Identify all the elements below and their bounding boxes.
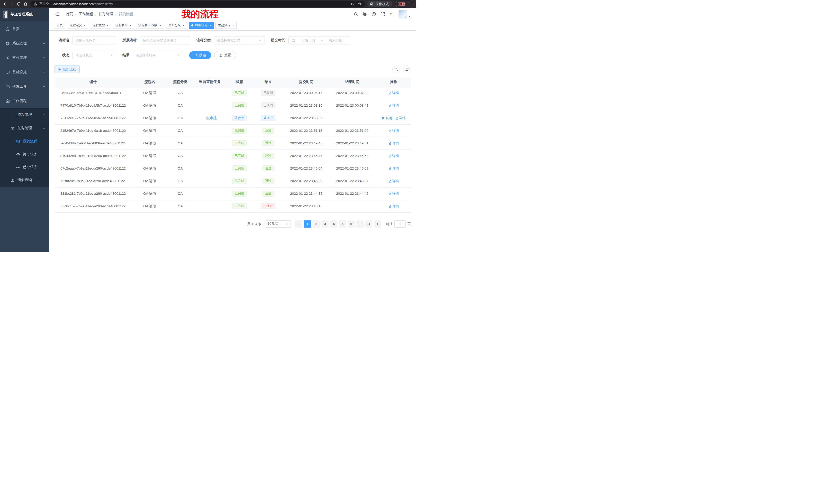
process-definition-input[interactable]: [143, 38, 187, 43]
tab-5[interactable]: 用户分组×: [166, 22, 187, 29]
tab-close-icon[interactable]: ×: [130, 24, 131, 27]
tab-close-icon[interactable]: ×: [160, 24, 161, 27]
goto-page-input[interactable]: [394, 220, 406, 228]
sidebar-item-eye[interactable]: 待办任务: [0, 148, 49, 161]
password-key-icon[interactable]: [350, 2, 354, 6]
font-size-icon[interactable]: TT: [390, 12, 394, 17]
tab-4[interactable]: 流程表单-编辑×: [136, 22, 164, 29]
page-button-3[interactable]: 3: [321, 220, 329, 228]
breadcrumb-item[interactable]: 任务管理: [99, 12, 113, 17]
tab-1[interactable]: 流程定义×: [67, 22, 88, 29]
sidebar-item-briefcase[interactable]: 工作流程: [0, 94, 49, 108]
start-process-button[interactable]: 发起流程: [54, 65, 80, 73]
cell-status: 已完成: [227, 99, 252, 112]
sidebar-collapse-icon[interactable]: [54, 12, 60, 17]
tab-7[interactable]: 发起流程×: [215, 22, 237, 29]
edit-pen-icon: [389, 142, 392, 145]
tab-label: 流程表单: [115, 23, 128, 27]
date-start-placeholder[interactable]: 开始日期: [297, 38, 319, 43]
page-button-6[interactable]: 6: [347, 220, 355, 228]
prev-page-button[interactable]: [295, 220, 302, 228]
page-button-2[interactable]: 2: [313, 220, 320, 228]
detail-action-link[interactable]: 详情: [389, 153, 399, 158]
tab-close-icon[interactable]: ×: [209, 24, 211, 27]
tab-3[interactable]: 流程表单×: [113, 22, 134, 29]
help-icon[interactable]: ?: [371, 12, 376, 17]
avatar[interactable]: [398, 10, 407, 19]
browser-back-icon[interactable]: [3, 2, 7, 6]
cell-submit-time: 2022-01-22 23:46:47: [284, 149, 328, 162]
detail-action-link[interactable]: 详情: [389, 103, 399, 108]
breadcrumb-item[interactable]: 工作流程: [79, 12, 93, 17]
detail-action-link[interactable]: 详情: [389, 191, 399, 196]
show-search-toggle-button[interactable]: [392, 65, 400, 73]
sidebar-item-toolbox[interactable]: 研发工具: [0, 79, 49, 94]
user-menu[interactable]: [398, 10, 411, 19]
update-label: 更新: [398, 2, 405, 6]
detail-action-link[interactable]: 详情: [389, 179, 399, 184]
cancel-action-link[interactable]: 取消: [382, 116, 392, 120]
sidebar-item-user[interactable]: 请假查询: [0, 173, 49, 187]
tab-close-icon[interactable]: ×: [183, 24, 184, 27]
sidebar-item-dashboard[interactable]: 首页: [0, 22, 49, 36]
submit-time-range-picker[interactable]: 开始日期 - 结束日期: [288, 36, 350, 45]
reset-button[interactable]: 重置: [214, 51, 236, 59]
result-select[interactable]: 请选择流结果: [133, 51, 183, 59]
page-button-4[interactable]: 4: [330, 220, 337, 228]
status-badge: 已完成: [232, 153, 246, 159]
browser-reload-icon[interactable]: [17, 2, 21, 6]
sidebar-item-glasses[interactable]: 已办任务: [0, 161, 49, 173]
tab-0[interactable]: 首页: [54, 22, 65, 29]
sidebar-item-label: 待办任务: [23, 152, 37, 157]
next-page-button[interactable]: [374, 220, 381, 228]
col-header-status: 状态: [227, 77, 252, 87]
detail-action-link[interactable]: 详情: [395, 116, 406, 120]
sidebar-item-gear[interactable]: 系统管理: [0, 36, 49, 51]
logo-row[interactable]: 芋道管理系统: [0, 8, 49, 21]
tab-2[interactable]: 流程模型×: [90, 22, 111, 29]
page-size-select[interactable]: 10条/页: [265, 220, 291, 228]
fullscreen-icon[interactable]: [381, 12, 385, 17]
cell-status: 已完成: [227, 137, 252, 149]
tab-close-icon[interactable]: ×: [107, 24, 108, 27]
bookmark-star-icon[interactable]: [358, 2, 362, 6]
browser-home-icon[interactable]: [23, 2, 28, 6]
sidebar-item-face[interactable]: 我的流程: [0, 135, 49, 148]
detail-action-link[interactable]: 详情: [389, 204, 399, 208]
status-select[interactable]: 请选择状态: [73, 51, 116, 59]
sidebar-item-list[interactable]: 流程管理: [0, 108, 49, 121]
current-task-link[interactable]: 一级审批: [203, 116, 217, 120]
detail-action-link[interactable]: 详情: [389, 141, 399, 146]
cell-category: OA: [167, 137, 193, 149]
process-name-input[interactable]: [76, 38, 113, 43]
tab-6[interactable]: 我的流程×: [189, 22, 214, 29]
sidebar-item-flow[interactable]: 任务管理: [0, 121, 49, 135]
tab-close-icon[interactable]: ×: [232, 24, 234, 27]
search-button[interactable]: 搜索: [189, 51, 211, 59]
cell-submit-time: 2022-01-22 23:44:35: [284, 187, 328, 200]
detail-action-link[interactable]: 详情: [389, 91, 399, 95]
pager: 12345611: [294, 220, 382, 228]
sidebar-item-yen[interactable]: ¥支付管理: [0, 51, 49, 65]
tab-close-icon[interactable]: ×: [84, 24, 86, 27]
date-end-placeholder[interactable]: 结束日期: [324, 38, 346, 43]
col-header-current-task: 当前审批任务: [193, 77, 227, 87]
breadcrumb-item[interactable]: 首页: [66, 12, 73, 17]
address-bar[interactable]: 不安全 dashboard.yudao.iocoder.cn/bpm/task/…: [30, 1, 365, 7]
col-header-actions: 操作: [376, 77, 411, 87]
refresh-table-button[interactable]: [403, 65, 411, 73]
sidebar-item-monitor[interactable]: 基础设施: [0, 65, 49, 79]
more-pages-button[interactable]: [356, 220, 364, 228]
page-button-1[interactable]: 1: [304, 220, 311, 228]
browser-update-button[interactable]: 更新: [395, 1, 413, 7]
detail-action-link[interactable]: 详情: [389, 129, 399, 133]
process-category-select[interactable]: 请选择流程分类: [214, 36, 265, 45]
browser-menu-dots-icon[interactable]: [408, 2, 411, 6]
page-button-5[interactable]: 5: [339, 220, 346, 228]
breadcrumb-current: 我的流程: [119, 12, 133, 17]
detail-action-link[interactable]: 详情: [389, 166, 399, 171]
browser-forward-icon[interactable]: [9, 2, 14, 6]
header-search-icon[interactable]: [354, 12, 358, 17]
github-icon[interactable]: [363, 12, 367, 17]
page-button-11[interactable]: 11: [365, 220, 372, 228]
